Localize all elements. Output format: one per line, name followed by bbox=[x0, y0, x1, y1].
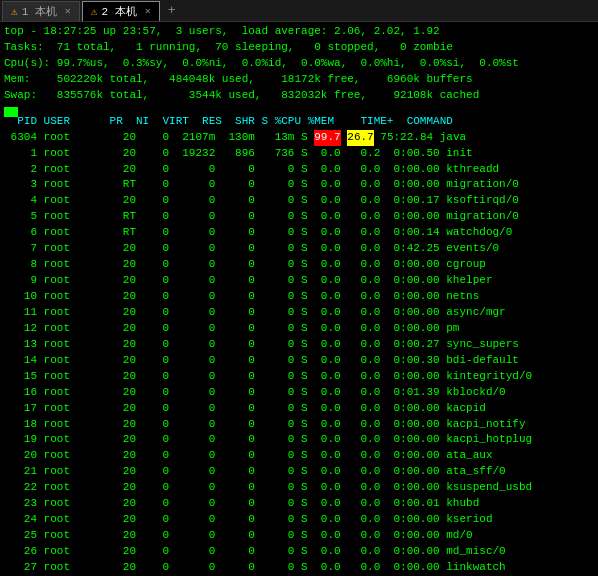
table-row: 5 root RT 0 0 0 0 S 0.0 0.0 0:00.00 migr… bbox=[4, 209, 594, 225]
proc-line: 12 root 20 0 0 0 0 S 0.0 0.0 0:00.00 pm bbox=[4, 321, 459, 337]
proc-line: 21 root 20 0 0 0 0 S 0.0 0.0 0:00.00 ata… bbox=[4, 464, 506, 480]
proc-prefix: 6304 root 20 0 2107m 130m 13m S bbox=[4, 130, 314, 146]
table-row: 16 root 20 0 0 0 0 S 0.0 0.0 0:01.39 kbl… bbox=[4, 385, 594, 401]
table-row: 11 root 20 0 0 0 0 S 0.0 0.0 0:00.00 asy… bbox=[4, 305, 594, 321]
tab2-close-icon[interactable]: ✕ bbox=[145, 5, 151, 17]
table-row: 7 root 20 0 0 0 0 S 0.0 0.0 0:42.25 even… bbox=[4, 241, 594, 257]
proc-line: 8 root 20 0 0 0 0 S 0.0 0.0 0:00.00 cgro… bbox=[4, 257, 486, 273]
header-line3: Cpu(s): 99.7%us, 0.3%sy, 0.0%ni, 0.0%id,… bbox=[4, 56, 594, 72]
proc-between bbox=[341, 130, 348, 146]
tab1-close-icon[interactable]: ✕ bbox=[65, 5, 71, 17]
proc-line: 5 root RT 0 0 0 0 S 0.0 0.0 0:00.00 migr… bbox=[4, 209, 519, 225]
table-row: 4 root 20 0 0 0 0 S 0.0 0.0 0:00.17 ksof… bbox=[4, 193, 594, 209]
table-row: 3 root RT 0 0 0 0 S 0.0 0.0 0:00.00 migr… bbox=[4, 177, 594, 193]
table-row: 6 root RT 0 0 0 0 S 0.0 0.0 0:00.14 watc… bbox=[4, 225, 594, 241]
table-row: 18 root 20 0 0 0 0 S 0.0 0.0 0:00.00 kac… bbox=[4, 417, 594, 433]
column-headers: PID USER PR NI VIRT RES SHR S %CPU %MEM … bbox=[4, 114, 594, 130]
proc-line: 14 root 20 0 0 0 0 S 0.0 0.0 0:00.30 bdi… bbox=[4, 353, 519, 369]
table-row: 8 root 20 0 0 0 0 S 0.0 0.0 0:00.00 cgro… bbox=[4, 257, 594, 273]
tab-bar: ⚠ 1 本机 ✕ ⚠ 2 本机 ✕ + bbox=[0, 0, 598, 22]
table-row: 1 root 20 0 19232 896 736 S 0.0 0.2 0:00… bbox=[4, 146, 594, 162]
new-tab-button[interactable]: + bbox=[162, 1, 182, 20]
proc-line: 16 root 20 0 0 0 0 S 0.0 0.0 0:01.39 kbl… bbox=[4, 385, 506, 401]
proc-line: 22 root 20 0 0 0 0 S 0.0 0.0 0:00.00 ksu… bbox=[4, 480, 532, 496]
table-row: 17 root 20 0 0 0 0 S 0.0 0.0 0:00.00 kac… bbox=[4, 401, 594, 417]
table-row: 2 root 20 0 0 0 0 S 0.0 0.0 0:00.00 kthr… bbox=[4, 162, 594, 178]
proc-line: 10 root 20 0 0 0 0 S 0.0 0.0 0:00.00 net… bbox=[4, 289, 479, 305]
table-row: 19 root 20 0 0 0 0 S 0.0 0.0 0:00.00 kac… bbox=[4, 432, 594, 448]
tab2-warn-icon: ⚠ bbox=[91, 5, 98, 18]
proc-cpu-highlight: 99.7 bbox=[314, 130, 340, 146]
table-row: 24 root 20 0 0 0 0 S 0.0 0.0 0:00.00 kse… bbox=[4, 512, 594, 528]
proc-mem-highlight: 26.7 bbox=[347, 130, 373, 146]
proc-line: 26 root 20 0 0 0 0 S 0.0 0.0 0:00.00 md_… bbox=[4, 544, 506, 560]
table-row: 12 root 20 0 0 0 0 S 0.0 0.0 0:00.00 pm bbox=[4, 321, 594, 337]
tab1-warn-icon: ⚠ bbox=[11, 5, 18, 18]
green-indicator bbox=[4, 104, 594, 114]
table-row: 15 root 20 0 0 0 0 S 0.0 0.0 0:00.00 kin… bbox=[4, 369, 594, 385]
proc-line: 25 root 20 0 0 0 0 S 0.0 0.0 0:00.00 md/… bbox=[4, 528, 473, 544]
table-row: 26 root 20 0 0 0 0 S 0.0 0.0 0:00.00 md_… bbox=[4, 544, 594, 560]
proc-line: 13 root 20 0 0 0 0 S 0.0 0.0 0:00.27 syn… bbox=[4, 337, 519, 353]
tab-1-machine[interactable]: ⚠ 1 本机 ✕ bbox=[2, 1, 80, 21]
proc-line: 7 root 20 0 0 0 0 S 0.0 0.0 0:42.25 even… bbox=[4, 241, 499, 257]
table-row: 13 root 20 0 0 0 0 S 0.0 0.0 0:00.27 syn… bbox=[4, 337, 594, 353]
table-row: 25 root 20 0 0 0 0 S 0.0 0.0 0:00.00 md/… bbox=[4, 528, 594, 544]
process-list: 6304 root 20 0 2107m 130m 13m S 99.7 26.… bbox=[4, 130, 594, 576]
proc-line: 15 root 20 0 0 0 0 S 0.0 0.0 0:00.00 kin… bbox=[4, 369, 532, 385]
terminal-area: top - 18:27:25 up 23:57, 3 users, load a… bbox=[0, 22, 598, 576]
proc-line: 4 root 20 0 0 0 0 S 0.0 0.0 0:00.17 ksof… bbox=[4, 193, 519, 209]
proc-line: 2 root 20 0 0 0 0 S 0.0 0.0 0:00.00 kthr… bbox=[4, 162, 499, 178]
proc-line: 24 root 20 0 0 0 0 S 0.0 0.0 0:00.00 kse… bbox=[4, 512, 492, 528]
tab2-label: 2 本机 bbox=[101, 4, 136, 19]
proc-line: 27 root 20 0 0 0 0 S 0.0 0.0 0:00.00 lin… bbox=[4, 560, 506, 576]
table-row: 14 root 20 0 0 0 0 S 0.0 0.0 0:00.30 bdi… bbox=[4, 353, 594, 369]
table-row: 10 root 20 0 0 0 0 S 0.0 0.0 0:00.00 net… bbox=[4, 289, 594, 305]
proc-line: 6 root RT 0 0 0 0 S 0.0 0.0 0:00.14 watc… bbox=[4, 225, 512, 241]
proc-line: 11 root 20 0 0 0 0 S 0.0 0.0 0:00.00 asy… bbox=[4, 305, 506, 321]
table-row: 21 root 20 0 0 0 0 S 0.0 0.0 0:00.00 ata… bbox=[4, 464, 594, 480]
header-line1: top - 18:27:25 up 23:57, 3 users, load a… bbox=[4, 24, 594, 40]
proc-line: 23 root 20 0 0 0 0 S 0.0 0.0 0:00.01 khu… bbox=[4, 496, 479, 512]
proc-line: 19 root 20 0 0 0 0 S 0.0 0.0 0:00.00 kac… bbox=[4, 432, 532, 448]
table-row: 22 root 20 0 0 0 0 S 0.0 0.0 0:00.00 ksu… bbox=[4, 480, 594, 496]
table-row: 27 root 20 0 0 0 0 S 0.0 0.0 0:00.00 lin… bbox=[4, 560, 594, 576]
proc-line: 17 root 20 0 0 0 0 S 0.0 0.0 0:00.00 kac… bbox=[4, 401, 486, 417]
table-row: 23 root 20 0 0 0 0 S 0.0 0.0 0:00.01 khu… bbox=[4, 496, 594, 512]
header-line5: Swap: 835576k total, 3544k used, 832032k… bbox=[4, 88, 594, 104]
proc-line: 20 root 20 0 0 0 0 S 0.0 0.0 0:00.00 ata… bbox=[4, 448, 492, 464]
table-row: 6304 root 20 0 2107m 130m 13m S 99.7 26.… bbox=[4, 130, 594, 146]
tab-2-machine[interactable]: ⚠ 2 本机 ✕ bbox=[82, 1, 160, 21]
proc-line: 1 root 20 0 19232 896 736 S 0.0 0.2 0:00… bbox=[4, 146, 473, 162]
tab1-label: 1 本机 bbox=[22, 4, 57, 19]
proc-line: 9 root 20 0 0 0 0 S 0.0 0.0 0:00.00 khel… bbox=[4, 273, 492, 289]
header-line2: Tasks: 71 total, 1 running, 70 sleeping,… bbox=[4, 40, 594, 56]
proc-line: 18 root 20 0 0 0 0 S 0.0 0.0 0:00.00 kac… bbox=[4, 417, 526, 433]
header-line4: Mem: 502220k total, 484048k used, 18172k… bbox=[4, 72, 594, 88]
proc-line: 3 root RT 0 0 0 0 S 0.0 0.0 0:00.00 migr… bbox=[4, 177, 519, 193]
table-row: 20 root 20 0 0 0 0 S 0.0 0.0 0:00.00 ata… bbox=[4, 448, 594, 464]
table-row: 9 root 20 0 0 0 0 S 0.0 0.0 0:00.00 khel… bbox=[4, 273, 594, 289]
proc-suffix: 75:22.84 java bbox=[374, 130, 466, 146]
